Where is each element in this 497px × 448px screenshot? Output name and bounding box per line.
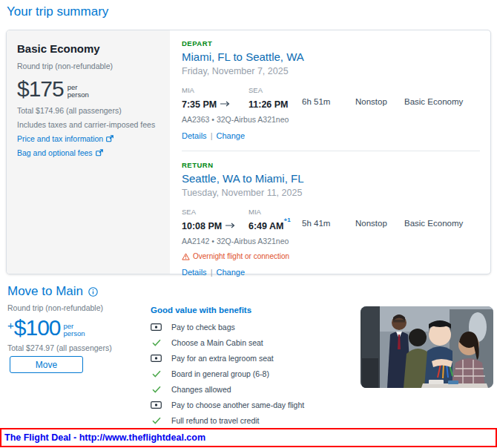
details-link[interactable]: Details bbox=[182, 131, 207, 140]
check-icon bbox=[151, 339, 162, 346]
benefit-item: Full refund to travel credit bbox=[151, 416, 351, 425]
fare-total: Total $174.96 (all passengers) bbox=[17, 106, 159, 115]
change-link[interactable]: Change bbox=[216, 131, 245, 140]
upgrade-trip-type: Round trip (non-refundable) bbox=[7, 303, 145, 312]
money-icon bbox=[151, 355, 162, 362]
segment-route: Miami, FL to Seattle, WA bbox=[182, 50, 480, 63]
segment-date: Friday, November 7, 2025 bbox=[182, 66, 480, 76]
upgrade-price-amount: $100 bbox=[14, 317, 61, 339]
flight-stops: Nonstop bbox=[355, 86, 404, 111]
check-icon bbox=[151, 370, 162, 378]
upgrade-price-unit: per person bbox=[64, 323, 85, 338]
arrow-right-icon bbox=[226, 223, 235, 228]
flight-number-aircraft: AA2363 • 32Q-Airbus A321neo bbox=[182, 115, 480, 124]
upgrade-price: + $100 per person bbox=[7, 317, 145, 339]
benefits-list: Good value with benefits Pay to check ba… bbox=[151, 306, 351, 432]
flight-detail-row: SEA 10:08 PM MIA 6:49 AM+1 5h 41m Nonsto… bbox=[182, 208, 480, 232]
segment-links: Details|Change bbox=[182, 268, 480, 277]
return-segment: RETURN Seattle, WA to Miami, FL Tuesday,… bbox=[182, 161, 480, 277]
overnight-warning: Overnight flight or connection bbox=[182, 252, 480, 260]
money-icon bbox=[151, 323, 162, 331]
arrival-time: 11:26 PM bbox=[249, 99, 289, 110]
check-icon bbox=[151, 417, 162, 424]
destination-airport-code: SEA bbox=[249, 86, 302, 94]
bag-optional-fees-link[interactable]: Bag and optional fees bbox=[17, 148, 159, 157]
segment-direction-label: DEPART bbox=[182, 39, 480, 47]
departure-time: 7:35 PM bbox=[182, 99, 230, 110]
flight-number-aircraft: AA2142 • 32Q-Airbus A321neo bbox=[182, 237, 480, 246]
upgrade-price-block: Round trip (non-refundable) + $100 per p… bbox=[7, 303, 145, 352]
segment-route: Seattle, WA to Miami, FL bbox=[182, 172, 480, 185]
external-link-icon bbox=[106, 135, 113, 142]
fare-trip-type: Round trip (non-refundable) bbox=[17, 62, 159, 70]
info-icon[interactable] bbox=[88, 287, 98, 297]
benefit-item: Pay for an extra legroom seat bbox=[151, 354, 351, 363]
flight-stops: Nonstop bbox=[355, 208, 404, 232]
fare-price-unit: per person bbox=[68, 84, 89, 99]
segment-date: Tuesday, November 11, 2025 bbox=[182, 188, 480, 198]
flight-duration: 6h 51m bbox=[302, 86, 355, 111]
trip-summary-page: Your trip summary Basic Economy Round tr… bbox=[0, 0, 497, 448]
destination-airport-code: MIA bbox=[249, 208, 302, 216]
flight-deal-banner[interactable]: The Flight Deal - http://www.theflightde… bbox=[0, 428, 497, 447]
upgrade-section-title: Move to Main bbox=[7, 284, 98, 299]
details-link[interactable]: Details bbox=[182, 268, 207, 277]
benefit-item: Changes allowed bbox=[151, 385, 351, 394]
check-icon bbox=[151, 386, 162, 393]
flight-duration: 5h 41m bbox=[302, 208, 355, 232]
fare-name: Basic Economy bbox=[17, 42, 159, 55]
benefit-item: Pay to check bags bbox=[151, 323, 351, 332]
cabin-photo bbox=[361, 306, 493, 388]
depart-segment: DEPART Miami, FL to Seattle, WA Friday, … bbox=[182, 39, 480, 140]
benefit-item: Board in general group (6-8) bbox=[151, 369, 351, 378]
warning-triangle-icon bbox=[182, 253, 190, 260]
segment-divider bbox=[182, 151, 480, 151]
move-button[interactable]: Move bbox=[10, 356, 83, 373]
flight-detail-row: MIA 7:35 PM SEA 11:26 PM 6h 51m Nonstop … bbox=[182, 86, 480, 111]
fare-summary-panel: Basic Economy Round trip (non-refundable… bbox=[7, 30, 170, 274]
benefit-item: Pay to choose another same-day flight bbox=[151, 401, 351, 409]
page-title: Your trip summary bbox=[7, 4, 108, 19]
flight-segments-panel: DEPART Miami, FL to Seattle, WA Friday, … bbox=[170, 30, 490, 274]
fare-price-amount: $175 bbox=[17, 78, 64, 100]
flight-deal-banner-text: The Flight Deal - http://www.theflightde… bbox=[1, 432, 205, 443]
price-plus-sign: + bbox=[7, 319, 14, 332]
arrival-time: 6:49 AM+1 bbox=[249, 220, 291, 231]
departure-time: 10:08 PM bbox=[182, 221, 235, 231]
segment-direction-label: RETURN bbox=[182, 161, 480, 169]
segment-links: Details|Change bbox=[182, 131, 480, 140]
benefit-item: Choose a Main Cabin seat bbox=[151, 338, 351, 347]
next-day-indicator: +1 bbox=[283, 217, 290, 223]
origin-airport-code: SEA bbox=[182, 208, 249, 216]
trip-summary-card: Basic Economy Round trip (non-refundable… bbox=[6, 30, 491, 274]
price-tax-information-link[interactable]: Price and tax information bbox=[17, 134, 159, 143]
flight-cabin: Basic Economy bbox=[404, 208, 480, 232]
flight-cabin: Basic Economy bbox=[404, 86, 480, 111]
fare-price: $175 per person bbox=[17, 78, 159, 100]
origin-airport-code: MIA bbox=[182, 86, 249, 94]
money-icon bbox=[151, 401, 162, 409]
arrow-right-icon bbox=[220, 101, 230, 107]
change-link[interactable]: Change bbox=[216, 268, 245, 277]
benefits-title: Good value with benefits bbox=[151, 306, 351, 314]
external-link-icon bbox=[96, 149, 103, 157]
fare-includes: Includes taxes and carrier-imposed fees bbox=[17, 120, 159, 129]
upgrade-total: Total $274.97 (all passengers) bbox=[7, 343, 145, 352]
